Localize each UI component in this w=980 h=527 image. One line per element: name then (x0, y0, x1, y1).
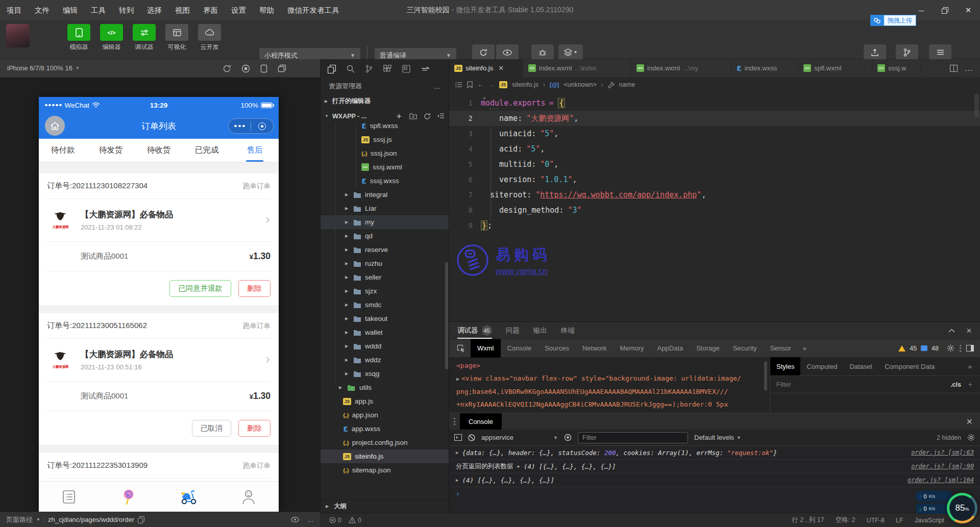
menu-project[interactable]: 项目 (0, 0, 28, 20)
expand-arrow-icon[interactable]: ▶ (456, 450, 458, 455)
problems-warnings[interactable]: 0 (349, 517, 361, 524)
close-panel-icon[interactable]: ✕ (966, 327, 972, 335)
cursor-position[interactable]: 行 2 , 列 17 (792, 516, 824, 524)
tree-item[interactable]: 3spfl.wxss (321, 123, 449, 133)
tab-aftersale[interactable]: 售后 (231, 139, 279, 162)
tree-folder[interactable]: ▶ruzhu (321, 257, 449, 270)
tree-folder[interactable]: ▶seller (321, 270, 449, 284)
tab-debugger[interactable]: 调试器 45 (457, 322, 492, 339)
close-button[interactable]: ✕ (957, 0, 980, 20)
tab-spfl-wxml[interactable]: <> spfl.wxml (798, 59, 872, 77)
project-section[interactable]: ▼ WXAPP - ... ＋ (321, 109, 449, 123)
console-tab[interactable]: Console (460, 413, 502, 430)
expand-arrow-icon[interactable]: ▶ (456, 478, 458, 483)
code-area[interactable]: ··· 1 ▾ module.exports={ 2 name:"大鹏资源网",… (449, 92, 980, 233)
tree-item[interactable]: 3app.wxss (321, 422, 449, 436)
simulator-toggle-button[interactable]: 模拟器 (66, 24, 91, 52)
tree-folder[interactable]: ▶smdc (321, 298, 449, 312)
more-tabs-icon[interactable]: » (963, 363, 977, 370)
tree-folder[interactable]: ▶my (321, 215, 449, 229)
visual-toggle-button[interactable]: 可视化 (164, 24, 189, 52)
extensions-icon[interactable] (383, 65, 391, 73)
tab-index-wxss[interactable]: 3 index.wxss (731, 59, 798, 77)
tree-folder[interactable]: ▶integral (321, 188, 449, 202)
tree-folder[interactable]: ▶sjzx (321, 284, 449, 298)
tree-item[interactable]: JSapp.js (321, 394, 449, 408)
outline-list-icon[interactable] (455, 82, 462, 88)
stop-icon[interactable] (241, 64, 250, 73)
tree-item-selected[interactable]: JSsiteinfo.js (321, 449, 449, 463)
scrollbar[interactable] (445, 262, 448, 369)
fold-caret-icon[interactable]: ▾ (483, 95, 486, 101)
source-link[interactable]: order.js? [sm]:90 (911, 463, 974, 470)
scrollbar[interactable] (974, 94, 979, 117)
new-folder-icon[interactable] (409, 113, 417, 119)
editor-toggle-button[interactable]: </> 编辑器 (99, 24, 124, 52)
indent-setting[interactable]: 空格: 2 (836, 516, 855, 524)
devtools-tab-console[interactable]: Console (501, 339, 538, 358)
forward-arrow-icon[interactable]: → (488, 81, 495, 88)
page-path-label[interactable]: 页面路径 (6, 515, 33, 524)
tabbar-orders-icon[interactable] (39, 482, 99, 512)
menu-view[interactable]: 视图 (168, 0, 197, 20)
menu-devtools[interactable]: 微信开发者工具 (281, 0, 346, 20)
tabbar-delivery-icon[interactable] (159, 482, 219, 512)
expand-arrow-icon[interactable]: ▶ (456, 376, 459, 382)
performance-gauge[interactable]: 85% (947, 493, 977, 523)
problems-errors[interactable]: 0 (329, 517, 341, 524)
refund-status-button[interactable]: 已同意并退款 (169, 280, 231, 297)
cloud-dev-button[interactable]: 云开发 (197, 24, 222, 52)
tree-folder[interactable]: ▶wddd (321, 339, 449, 353)
tab-sssj-wxml[interactable]: <> sssj.w (872, 59, 921, 77)
devtools-tab-sensor[interactable]: Sensor (764, 339, 798, 358)
collapse-all-icon[interactable] (437, 113, 445, 119)
more-button[interactable] (229, 125, 251, 128)
close-miniprogram-button[interactable] (251, 122, 273, 130)
devtools-tab-network[interactable]: Network (576, 339, 614, 358)
wxml-tree[interactable]: <page> ▶<view class="navbar flex-row" st… (449, 357, 770, 413)
source-control-icon[interactable] (365, 65, 373, 73)
console-log-row[interactable]: ▶ (4) [{…}, {…}, {…}, {…}] order.js? [sm… (449, 473, 980, 487)
breadcrumb-file[interactable]: siteinfo.js (512, 81, 538, 88)
more-icon[interactable]: … (965, 64, 973, 73)
tree-folder[interactable]: ▶Liar (321, 202, 449, 215)
eye-icon[interactable] (291, 517, 299, 522)
tree-item[interactable]: {..}app.json (321, 408, 449, 422)
context-select[interactable]: appservice ▼ (481, 434, 558, 441)
tree-folder[interactable]: ▶wallet (321, 325, 449, 339)
expand-arrow-icon[interactable]: ▶ (518, 464, 520, 469)
split-editor-icon[interactable] (950, 65, 958, 72)
computed-tab[interactable]: Computed (800, 357, 843, 375)
order-product-row[interactable]: 大鹏资源网 【大鹏资源网】必备物品 2021-11-23 00:51:16 › (47, 339, 271, 382)
rotate-device-icon[interactable] (260, 64, 267, 73)
bookmark-icon[interactable] (467, 81, 473, 88)
clear-console-icon[interactable] (468, 434, 475, 441)
devtools-tab-appdata[interactable]: AppData (651, 339, 690, 358)
close-console-icon[interactable]: ✕ (959, 417, 980, 426)
more-icon[interactable]: … (307, 516, 314, 523)
back-arrow-icon[interactable]: ← (477, 81, 484, 88)
kebab-menu-icon[interactable] (959, 345, 962, 352)
tabbar-lollipop-icon[interactable] (99, 482, 159, 512)
dock-side-icon[interactable] (966, 345, 974, 352)
tab-problems[interactable]: 问题 (506, 326, 520, 335)
tree-item[interactable]: {..}sssj.json (321, 146, 449, 160)
delete-order-button[interactable]: 删除 (238, 420, 271, 437)
user-avatar[interactable] (6, 24, 30, 47)
styles-tab[interactable]: Styles (770, 357, 800, 375)
tree-folder[interactable]: ▶utils (321, 381, 449, 394)
menu-interface[interactable]: 界面 (197, 0, 225, 20)
console-sidebar-icon[interactable] (454, 434, 462, 441)
console-filter-input[interactable] (578, 432, 688, 443)
cancelled-status-button[interactable]: 已取消 (192, 420, 232, 437)
dataset-tab[interactable]: Dataset (843, 357, 878, 375)
close-icon[interactable]: ✕ (498, 64, 504, 72)
restart-icon[interactable] (223, 64, 231, 73)
language-mode[interactable]: JavaScript (915, 517, 944, 524)
tree-folder[interactable]: ▶reserve (321, 243, 449, 257)
devtools-settings-icon[interactable] (947, 344, 954, 352)
breadcrumb-symbol[interactable]: name (619, 81, 635, 88)
refresh-icon[interactable] (424, 113, 431, 120)
tree-item[interactable]: JSsssj.js (321, 133, 449, 146)
tree-item[interactable]: <>sssj.wxml (321, 160, 449, 174)
